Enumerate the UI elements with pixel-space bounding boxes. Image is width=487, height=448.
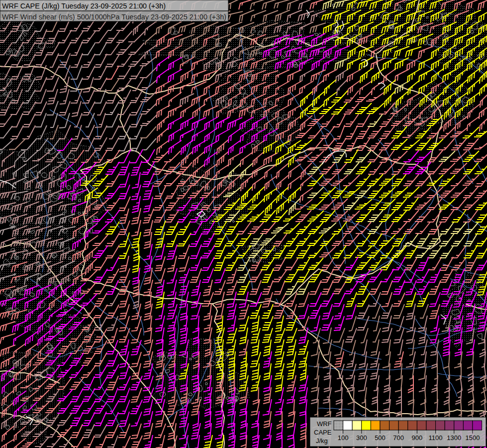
svg-text:100: 100 — [338, 434, 349, 442]
svg-text:WRF CAPE (J/kg) Tuesday 23-09-: WRF CAPE (J/kg) Tuesday 23-09-2025 21:00… — [2, 1, 166, 10]
svg-text:CAPE: CAPE — [314, 429, 332, 436]
svg-text:1500: 1500 — [466, 434, 480, 442]
svg-text:900: 900 — [412, 434, 423, 442]
svg-text:WRF Wind shear (m/s) 500/1000h: WRF Wind shear (m/s) 500/1000hPa Tuesday… — [2, 12, 226, 21]
svg-text:WRF: WRF — [317, 420, 332, 428]
svg-text:J/kg: J/kg — [316, 437, 328, 445]
svg-text:700: 700 — [393, 434, 404, 442]
svg-text:1300: 1300 — [447, 434, 461, 442]
svg-text:500: 500 — [375, 434, 386, 442]
svg-text:1100: 1100 — [429, 434, 443, 442]
svg-text:300: 300 — [356, 434, 367, 442]
